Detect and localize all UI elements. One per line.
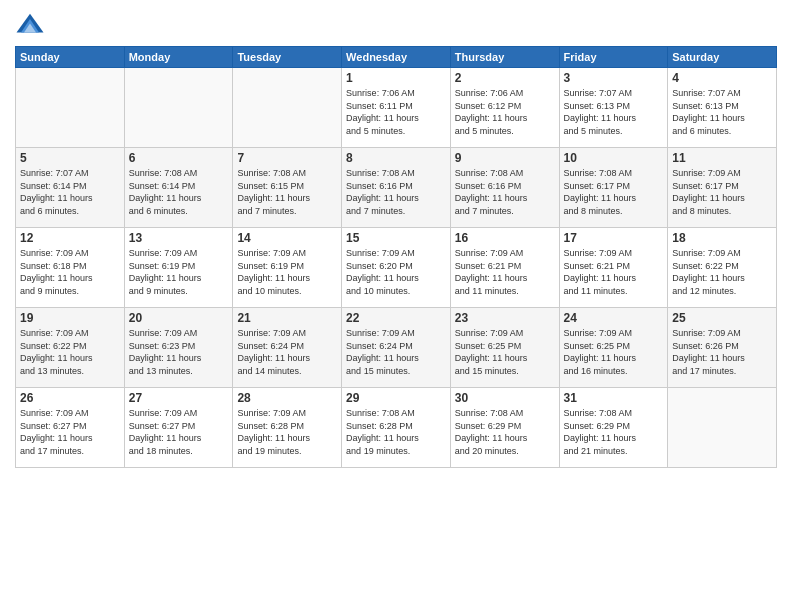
day-info: Sunrise: 7:09 AM Sunset: 6:23 PM Dayligh…: [129, 327, 229, 377]
day-number: 14: [237, 231, 337, 245]
day-info: Sunrise: 7:09 AM Sunset: 6:28 PM Dayligh…: [237, 407, 337, 457]
day-number: 23: [455, 311, 555, 325]
day-info: Sunrise: 7:09 AM Sunset: 6:19 PM Dayligh…: [129, 247, 229, 297]
day-number: 6: [129, 151, 229, 165]
calendar-cell: 23Sunrise: 7:09 AM Sunset: 6:25 PM Dayli…: [450, 308, 559, 388]
calendar-cell: 30Sunrise: 7:08 AM Sunset: 6:29 PM Dayli…: [450, 388, 559, 468]
day-number: 18: [672, 231, 772, 245]
calendar-week-1: 1Sunrise: 7:06 AM Sunset: 6:11 PM Daylig…: [16, 68, 777, 148]
calendar-cell: 16Sunrise: 7:09 AM Sunset: 6:21 PM Dayli…: [450, 228, 559, 308]
day-info: Sunrise: 7:09 AM Sunset: 6:24 PM Dayligh…: [237, 327, 337, 377]
calendar-cell: 6Sunrise: 7:08 AM Sunset: 6:14 PM Daylig…: [124, 148, 233, 228]
day-number: 3: [564, 71, 664, 85]
day-number: 20: [129, 311, 229, 325]
calendar-cell: 29Sunrise: 7:08 AM Sunset: 6:28 PM Dayli…: [342, 388, 451, 468]
calendar-cell: 10Sunrise: 7:08 AM Sunset: 6:17 PM Dayli…: [559, 148, 668, 228]
calendar-cell: 27Sunrise: 7:09 AM Sunset: 6:27 PM Dayli…: [124, 388, 233, 468]
calendar-cell: 26Sunrise: 7:09 AM Sunset: 6:27 PM Dayli…: [16, 388, 125, 468]
day-number: 19: [20, 311, 120, 325]
calendar-week-3: 12Sunrise: 7:09 AM Sunset: 6:18 PM Dayli…: [16, 228, 777, 308]
day-info: Sunrise: 7:09 AM Sunset: 6:22 PM Dayligh…: [20, 327, 120, 377]
day-info: Sunrise: 7:08 AM Sunset: 6:16 PM Dayligh…: [455, 167, 555, 217]
day-number: 9: [455, 151, 555, 165]
calendar-cell: 31Sunrise: 7:08 AM Sunset: 6:29 PM Dayli…: [559, 388, 668, 468]
calendar-cell: 17Sunrise: 7:09 AM Sunset: 6:21 PM Dayli…: [559, 228, 668, 308]
day-info: Sunrise: 7:09 AM Sunset: 6:21 PM Dayligh…: [455, 247, 555, 297]
calendar-cell: 24Sunrise: 7:09 AM Sunset: 6:25 PM Dayli…: [559, 308, 668, 388]
day-info: Sunrise: 7:09 AM Sunset: 6:25 PM Dayligh…: [564, 327, 664, 377]
calendar-cell: [124, 68, 233, 148]
calendar-cell: 19Sunrise: 7:09 AM Sunset: 6:22 PM Dayli…: [16, 308, 125, 388]
day-info: Sunrise: 7:08 AM Sunset: 6:14 PM Dayligh…: [129, 167, 229, 217]
calendar-cell: [668, 388, 777, 468]
day-info: Sunrise: 7:09 AM Sunset: 6:21 PM Dayligh…: [564, 247, 664, 297]
calendar-week-2: 5Sunrise: 7:07 AM Sunset: 6:14 PM Daylig…: [16, 148, 777, 228]
day-number: 5: [20, 151, 120, 165]
calendar-cell: 18Sunrise: 7:09 AM Sunset: 6:22 PM Dayli…: [668, 228, 777, 308]
day-number: 26: [20, 391, 120, 405]
day-number: 12: [20, 231, 120, 245]
calendar-cell: 1Sunrise: 7:06 AM Sunset: 6:11 PM Daylig…: [342, 68, 451, 148]
day-info: Sunrise: 7:09 AM Sunset: 6:20 PM Dayligh…: [346, 247, 446, 297]
logo: [15, 10, 49, 40]
day-info: Sunrise: 7:08 AM Sunset: 6:28 PM Dayligh…: [346, 407, 446, 457]
day-number: 16: [455, 231, 555, 245]
day-info: Sunrise: 7:08 AM Sunset: 6:15 PM Dayligh…: [237, 167, 337, 217]
calendar-cell: 14Sunrise: 7:09 AM Sunset: 6:19 PM Dayli…: [233, 228, 342, 308]
calendar-header-row: SundayMondayTuesdayWednesdayThursdayFrid…: [16, 47, 777, 68]
calendar-cell: 12Sunrise: 7:09 AM Sunset: 6:18 PM Dayli…: [16, 228, 125, 308]
calendar-cell: [16, 68, 125, 148]
day-info: Sunrise: 7:09 AM Sunset: 6:26 PM Dayligh…: [672, 327, 772, 377]
calendar-cell: 7Sunrise: 7:08 AM Sunset: 6:15 PM Daylig…: [233, 148, 342, 228]
calendar-cell: 13Sunrise: 7:09 AM Sunset: 6:19 PM Dayli…: [124, 228, 233, 308]
day-info: Sunrise: 7:07 AM Sunset: 6:13 PM Dayligh…: [672, 87, 772, 137]
calendar-cell: 21Sunrise: 7:09 AM Sunset: 6:24 PM Dayli…: [233, 308, 342, 388]
calendar-cell: 8Sunrise: 7:08 AM Sunset: 6:16 PM Daylig…: [342, 148, 451, 228]
calendar-page: SundayMondayTuesdayWednesdayThursdayFrid…: [0, 0, 792, 612]
day-info: Sunrise: 7:07 AM Sunset: 6:13 PM Dayligh…: [564, 87, 664, 137]
calendar-cell: [233, 68, 342, 148]
calendar-cell: 11Sunrise: 7:09 AM Sunset: 6:17 PM Dayli…: [668, 148, 777, 228]
day-info: Sunrise: 7:09 AM Sunset: 6:24 PM Dayligh…: [346, 327, 446, 377]
day-info: Sunrise: 7:09 AM Sunset: 6:17 PM Dayligh…: [672, 167, 772, 217]
day-info: Sunrise: 7:08 AM Sunset: 6:29 PM Dayligh…: [455, 407, 555, 457]
day-header-monday: Monday: [124, 47, 233, 68]
logo-icon: [15, 10, 45, 40]
day-number: 28: [237, 391, 337, 405]
calendar-cell: 3Sunrise: 7:07 AM Sunset: 6:13 PM Daylig…: [559, 68, 668, 148]
day-number: 17: [564, 231, 664, 245]
day-header-saturday: Saturday: [668, 47, 777, 68]
calendar-cell: 20Sunrise: 7:09 AM Sunset: 6:23 PM Dayli…: [124, 308, 233, 388]
day-number: 4: [672, 71, 772, 85]
day-info: Sunrise: 7:09 AM Sunset: 6:22 PM Dayligh…: [672, 247, 772, 297]
calendar-cell: 25Sunrise: 7:09 AM Sunset: 6:26 PM Dayli…: [668, 308, 777, 388]
day-number: 24: [564, 311, 664, 325]
day-info: Sunrise: 7:09 AM Sunset: 6:18 PM Dayligh…: [20, 247, 120, 297]
day-number: 21: [237, 311, 337, 325]
day-info: Sunrise: 7:09 AM Sunset: 6:25 PM Dayligh…: [455, 327, 555, 377]
day-info: Sunrise: 7:08 AM Sunset: 6:29 PM Dayligh…: [564, 407, 664, 457]
day-number: 1: [346, 71, 446, 85]
day-info: Sunrise: 7:08 AM Sunset: 6:16 PM Dayligh…: [346, 167, 446, 217]
calendar-cell: 2Sunrise: 7:06 AM Sunset: 6:12 PM Daylig…: [450, 68, 559, 148]
day-info: Sunrise: 7:06 AM Sunset: 6:12 PM Dayligh…: [455, 87, 555, 137]
day-number: 11: [672, 151, 772, 165]
day-header-sunday: Sunday: [16, 47, 125, 68]
day-header-wednesday: Wednesday: [342, 47, 451, 68]
day-number: 29: [346, 391, 446, 405]
day-number: 8: [346, 151, 446, 165]
day-number: 30: [455, 391, 555, 405]
calendar-week-5: 26Sunrise: 7:09 AM Sunset: 6:27 PM Dayli…: [16, 388, 777, 468]
day-info: Sunrise: 7:09 AM Sunset: 6:27 PM Dayligh…: [129, 407, 229, 457]
day-header-friday: Friday: [559, 47, 668, 68]
calendar-cell: 28Sunrise: 7:09 AM Sunset: 6:28 PM Dayli…: [233, 388, 342, 468]
page-header: [15, 10, 777, 40]
calendar-cell: 9Sunrise: 7:08 AM Sunset: 6:16 PM Daylig…: [450, 148, 559, 228]
calendar-table: SundayMondayTuesdayWednesdayThursdayFrid…: [15, 46, 777, 468]
calendar-cell: 5Sunrise: 7:07 AM Sunset: 6:14 PM Daylig…: [16, 148, 125, 228]
day-number: 15: [346, 231, 446, 245]
day-info: Sunrise: 7:06 AM Sunset: 6:11 PM Dayligh…: [346, 87, 446, 137]
calendar-cell: 4Sunrise: 7:07 AM Sunset: 6:13 PM Daylig…: [668, 68, 777, 148]
day-number: 27: [129, 391, 229, 405]
day-number: 22: [346, 311, 446, 325]
